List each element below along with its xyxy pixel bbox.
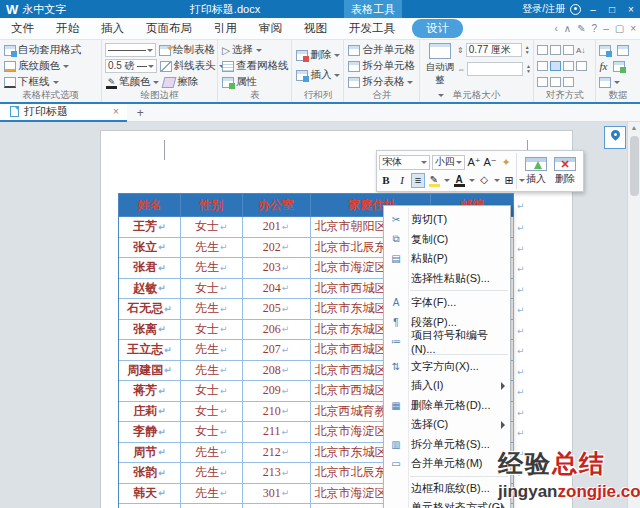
bottom-border-button[interactable]: 下框线 bbox=[3, 74, 99, 90]
font-size-combo[interactable]: 小四 bbox=[432, 155, 465, 170]
highlight-button[interactable]: ✎ bbox=[427, 173, 441, 188]
context-menu-item[interactable]: ▭ 合并单元格(M) bbox=[384, 454, 510, 474]
cell-name[interactable]: 张立↵ bbox=[119, 238, 181, 259]
context-menu-item[interactable]: ▥ 拆分单元格(S)... bbox=[384, 435, 510, 455]
table-data-icon[interactable] bbox=[599, 77, 611, 88]
cell-gender[interactable]: 先生↵ bbox=[181, 340, 243, 361]
touch-mode-icon[interactable]: ✎ bbox=[577, 23, 585, 34]
cell-name[interactable]: 蒋芳↵ bbox=[119, 381, 181, 402]
format-painter-icon[interactable]: ✦ bbox=[499, 155, 513, 170]
tab-close-icon[interactable]: × bbox=[113, 106, 119, 117]
col-width-input[interactable] bbox=[467, 62, 523, 76]
context-menu-item[interactable]: 单元格对齐方式(G) bbox=[384, 498, 510, 508]
align-top-left[interactable] bbox=[537, 45, 548, 55]
auto-format-button[interactable]: 自动套用格式 bbox=[3, 42, 99, 58]
line-weight-combo[interactable]: 0.5 磅 bbox=[105, 59, 157, 73]
border-button[interactable]: ⊞ bbox=[502, 173, 516, 188]
context-menu-item[interactable]: ▦ 删除单元格(D)... bbox=[384, 396, 510, 416]
view-gridlines-button[interactable]: 查看网格线 bbox=[221, 58, 290, 74]
context-menu-item[interactable]: 边框和底纹(B)... bbox=[384, 479, 510, 499]
menu-file[interactable]: 文件 bbox=[0, 21, 45, 36]
convert-icon[interactable] bbox=[613, 61, 625, 72]
doc-restore-icon[interactable]: ▢ bbox=[615, 23, 624, 34]
maximize-button[interactable]: □ bbox=[605, 4, 619, 15]
undo-icon[interactable]: ‹ bbox=[555, 23, 558, 34]
cell-office[interactable]: 201↵ bbox=[243, 217, 311, 238]
cell-gender[interactable]: 先生↵ bbox=[181, 484, 243, 505]
cell-gender[interactable]: 女士↵ bbox=[181, 217, 243, 238]
cell-office[interactable]: 213↵ bbox=[243, 463, 311, 484]
cell-office[interactable]: 211↵ bbox=[243, 422, 311, 443]
menu-design-active[interactable]: 设计 bbox=[412, 19, 463, 38]
cell-office[interactable]: 206↵ bbox=[243, 320, 311, 341]
context-menu-item[interactable]: 选择(C) bbox=[384, 415, 510, 435]
align-bottom-center[interactable] bbox=[550, 77, 561, 87]
scrollbar-thumb[interactable] bbox=[630, 136, 639, 196]
cell-office[interactable]: 202↵ bbox=[243, 238, 311, 259]
cell-gender[interactable]: 女士↵ bbox=[181, 320, 243, 341]
cell-gender[interactable]: 先生↵ bbox=[181, 443, 243, 464]
context-menu-item[interactable]: 选择性粘贴(S)... bbox=[384, 269, 510, 289]
help-icon[interactable]: ? bbox=[592, 23, 598, 34]
cell-name[interactable]: 赵敏↵ bbox=[119, 279, 181, 300]
document-tab[interactable]: 打印标题 × bbox=[0, 104, 127, 122]
align-mid-right[interactable] bbox=[563, 61, 574, 71]
select-button[interactable]: ▷选择 bbox=[221, 42, 290, 58]
context-menu-item[interactable]: ▤ 粘贴(P) bbox=[384, 249, 510, 269]
menu-developer[interactable]: 开发工具 bbox=[338, 21, 406, 36]
menu-references[interactable]: 引用 bbox=[203, 21, 248, 36]
table-tools-tab[interactable]: 表格工具 bbox=[344, 0, 402, 18]
cell-office[interactable]: 210↵ bbox=[243, 402, 311, 423]
formula-icon[interactable]: fx bbox=[599, 60, 607, 72]
align-bottom-right[interactable] bbox=[563, 77, 574, 87]
italic-button[interactable]: I bbox=[395, 173, 409, 188]
draw-table-button[interactable]: 绘制表格 bbox=[158, 43, 216, 57]
cell-name[interactable]: 石无忌↵ bbox=[119, 299, 181, 320]
cell-office[interactable]: 209↵ bbox=[243, 381, 311, 402]
cell-name[interactable]: 王立志↵ bbox=[119, 340, 181, 361]
cell-name[interactable]: 张韵↵ bbox=[119, 463, 181, 484]
menu-review[interactable]: 审阅 bbox=[248, 21, 293, 36]
font-name-combo[interactable]: 宋体 bbox=[379, 155, 430, 170]
delete-button[interactable]: 删除 bbox=[295, 47, 341, 63]
properties-button[interactable]: 属性 bbox=[221, 74, 290, 90]
align-mid-left[interactable] bbox=[537, 61, 548, 71]
row-height-input[interactable]: 0.77 厘米 bbox=[466, 43, 522, 57]
cell-gender[interactable]: 女士↵ bbox=[181, 402, 243, 423]
line-style-combo[interactable] bbox=[105, 43, 156, 57]
cell-gender[interactable]: 女士↵ bbox=[181, 381, 243, 402]
cell-name[interactable]: 李静↵ bbox=[119, 422, 181, 443]
insert-button[interactable]: 插入 bbox=[295, 67, 341, 83]
cell-name[interactable]: 周建国↵ bbox=[119, 361, 181, 382]
shading-color-button[interactable]: 底纹颜色 bbox=[3, 58, 99, 74]
font-color-button[interactable]: A bbox=[452, 173, 466, 188]
doc-minimize-icon[interactable]: – bbox=[603, 23, 609, 34]
eraser-button[interactable]: 擦除 bbox=[162, 75, 199, 89]
align-button[interactable]: ≡ bbox=[411, 173, 425, 188]
align-bottom-left[interactable] bbox=[537, 77, 548, 87]
insert-rows-button[interactable]: 插入 bbox=[525, 157, 547, 186]
login-link[interactable]: 登录/注册 bbox=[522, 2, 565, 16]
diagonal-header-button[interactable]: 斜线表头 bbox=[159, 59, 226, 73]
shrink-font-button[interactable]: A⁻ bbox=[483, 155, 497, 170]
cell-office[interactable]: 208↵ bbox=[243, 361, 311, 382]
cell-office[interactable]: 301↵ bbox=[243, 484, 311, 505]
cell-gender[interactable]: 女士↵ bbox=[181, 422, 243, 443]
text-direction-icon[interactable]: A↓ bbox=[576, 46, 585, 55]
cell-name[interactable]: 庄莉↵ bbox=[119, 402, 181, 423]
menu-page-layout[interactable]: 页面布局 bbox=[135, 21, 203, 36]
cell-name[interactable]: 周节↵ bbox=[119, 443, 181, 464]
cell-office[interactable]: 203↵ bbox=[243, 258, 311, 279]
doc-close-icon[interactable]: × bbox=[630, 23, 636, 34]
new-tab-button[interactable]: + bbox=[127, 106, 154, 120]
cell-office[interactable]: 205↵ bbox=[243, 299, 311, 320]
cell-gender[interactable]: 先生↵ bbox=[181, 463, 243, 484]
cell-office[interactable]: 207↵ bbox=[243, 340, 311, 361]
align-mid-center[interactable] bbox=[550, 61, 561, 71]
minimize-button[interactable]: – bbox=[586, 4, 600, 15]
cell-office[interactable]: 204↵ bbox=[243, 279, 311, 300]
menu-view[interactable]: 视图 bbox=[293, 21, 338, 36]
sort-icon[interactable] bbox=[599, 45, 611, 56]
location-pin-button[interactable] bbox=[604, 126, 626, 149]
cell-gender[interactable]: 先生↵ bbox=[181, 299, 243, 320]
